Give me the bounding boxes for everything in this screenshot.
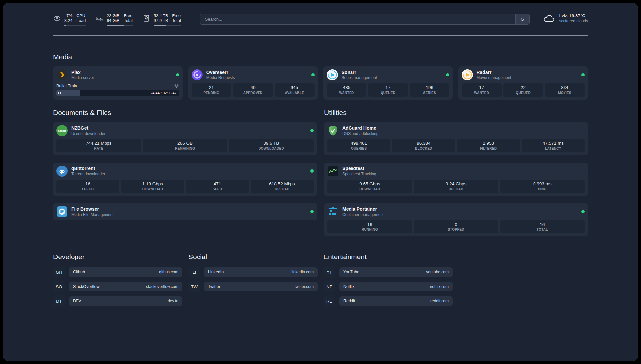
bookmark-group-social: Social LI LinkedIn linkedin.com TW Twitt… [188, 253, 318, 310]
bookmark-youtube[interactable]: YT YouTube youtube.com [323, 266, 453, 278]
bookmark-group-empty [459, 253, 588, 310]
bookmarks-area: Developer GH Github github.com SO StackO… [53, 253, 588, 325]
stat-tile: 9.65 Gbps DOWNLOAD [327, 180, 412, 193]
gear-icon[interactable] [174, 83, 179, 89]
stat-value: 744.21 Mbps [58, 141, 140, 146]
cpu-load-value: 3.24 [64, 18, 72, 23]
stat-tile: 0 STOPPED [414, 220, 499, 233]
stat-tile: 16 RUNNING [327, 220, 412, 233]
radarr-icon [462, 69, 473, 80]
memory-total-value: 64 GiB [107, 18, 119, 23]
bookmark-name: LinkedIn [208, 270, 224, 274]
disk-progress-bar [154, 25, 181, 26]
bookmark-name: Netflix [343, 284, 355, 289]
search-input[interactable] [200, 14, 515, 24]
bookmark-netflix[interactable]: NF Netflix netflix.com [323, 281, 453, 292]
bookmark-abbr: DT [53, 295, 65, 307]
pause-button[interactable] [58, 92, 61, 94]
section-title-utilities: Utilities [324, 109, 588, 117]
topbar: 7% CPU 3.24 Load [53, 13, 588, 26]
bookmark-name: Reddit [343, 299, 355, 303]
stat-tile: 485 WANTED [327, 83, 367, 97]
memory-free-label: Free [124, 14, 132, 18]
cpu-progress-fill [64, 25, 66, 26]
playback-progress-bar[interactable]: 24:44 / 02:06:47 [56, 90, 179, 96]
search-bar: G [200, 14, 530, 25]
service-card-nzbget[interactable]: nzbget NZBGet Usenet downloader 744.21 M… [53, 122, 317, 155]
service-description: Container management [342, 212, 383, 217]
service-description: Media server [71, 76, 94, 80]
resource-widgets: 7% CPU 3.24 Load [53, 13, 181, 26]
stat-value: 9.65 Gbps [329, 181, 411, 186]
service-card-speedtest[interactable]: Speedtest Speedtest Tracking 9.65 Gbps D… [324, 163, 588, 196]
bookmark-reddit[interactable]: RE Reddit reddit.com [323, 295, 453, 307]
service-name: qBittorrent [71, 166, 105, 171]
stat-label: DOWNLOAD [329, 187, 411, 191]
bookmark-abbr: GH [53, 266, 65, 278]
cloud-icon [543, 14, 555, 23]
cpu-icon [53, 15, 61, 22]
search-provider-button[interactable]: G [515, 14, 529, 24]
service-card-radarr[interactable]: Radarr Movie management 17 WANTED 22 QUE… [458, 66, 588, 100]
stat-tile: 834 MOVIES [545, 83, 585, 97]
memory-free-value: 22 GiB [107, 14, 119, 18]
stat-tile: 9.24 Gbps UPLOAD [414, 180, 499, 193]
status-dot [310, 129, 314, 132]
stat-value: 17 [463, 85, 500, 90]
stat-label: WANTED [463, 91, 500, 95]
track-title: Bullet Train [56, 84, 77, 88]
weather-widget: Lviv, 16.87°C scattered clouds [543, 13, 588, 23]
bookmark-stackoverflow[interactable]: SO StackOverflow stackoverflow.com [53, 281, 182, 292]
stat-label: BLOCKED [393, 147, 454, 150]
stat-label: WANTED [328, 91, 365, 95]
stat-tile: 16 TOTAL [500, 220, 585, 233]
stat-value: 0 [415, 222, 497, 227]
stat-value: 9.24 Gbps [415, 181, 497, 186]
stat-tile: 22 QUEUED [503, 83, 543, 97]
status-dot [311, 73, 315, 76]
disk-icon [142, 15, 150, 22]
bookmark-url: youtube.com [426, 270, 449, 274]
cpu-progress-bar [64, 25, 86, 26]
service-card-sonarr[interactable]: Sonarr Series management 485 WANTED 17 Q… [323, 66, 453, 100]
bookmark-twitter[interactable]: TW Twitter twitter.com [188, 281, 318, 292]
stat-label: STOPPED [415, 228, 497, 231]
bookmark-abbr: NF [323, 281, 335, 292]
stat-value: 498,461 [329, 141, 389, 146]
stat-label: LEECH [58, 187, 118, 191]
stat-label: SEED [187, 187, 248, 191]
bookmark-name: Twitter [208, 284, 220, 289]
service-name: AdGuard Home [342, 125, 378, 131]
cpu-usage-value: 7% [64, 14, 72, 18]
service-card-adguard[interactable]: AdGuard Home DNS and adblocking 498,461 … [324, 122, 588, 155]
stat-value: 22 [504, 85, 542, 90]
bookmark-group-developer: Developer GH Github github.com SO StackO… [53, 253, 182, 310]
documents-column: Documents & Files nzbget NZBGet Usenet d… [53, 109, 317, 220]
nzbget-icon: nzbget [56, 125, 68, 136]
dashboard-content: 7% CPU 3.24 Load [53, 3, 588, 325]
service-card-qbittorrent[interactable]: qb qBittorrent Torrent downloader 16 LEE… [53, 163, 317, 196]
stat-tile: 86,384 BLOCKED [392, 139, 455, 152]
stat-value: 21 [193, 85, 230, 90]
stat-tile: 47.571 ms LATENCY [522, 139, 585, 152]
service-card-portainer[interactable]: Media Portainer Container management 16 … [324, 203, 588, 236]
bookmark-dev[interactable]: DT DEV dev.to [53, 295, 182, 307]
memory-progress-bar [107, 25, 133, 26]
stat-tile: 2,953 FILTERED [457, 139, 520, 152]
disk-free-label: Free [172, 14, 181, 18]
service-description: Media Requests [206, 76, 235, 80]
stat-tile: 618.52 Mbps UPLOAD [251, 180, 314, 193]
bookmark-linkedin[interactable]: LI LinkedIn linkedin.com [188, 266, 318, 278]
stat-tile: 945 AVAILABLE [275, 83, 315, 97]
bookmark-abbr: RE [323, 295, 335, 307]
disk-total-value: 97.9 TB [154, 18, 168, 23]
service-card-overseerr[interactable]: Overseerr Media Requests 21 PENDING 40 A… [188, 66, 318, 100]
status-dot [581, 73, 585, 76]
dashboard-frame: 7% CPU 3.24 Load [3, 3, 638, 361]
service-description: Movie management [476, 76, 511, 80]
bookmark-github[interactable]: GH Github github.com [53, 266, 182, 278]
service-card-filebrowser[interactable]: File Browser Media File Management [53, 203, 317, 220]
section-title-media: Media [53, 53, 588, 61]
stat-value: 16 [501, 222, 583, 227]
service-card-plex[interactable]: Plex Media server Bullet Train [53, 66, 183, 100]
